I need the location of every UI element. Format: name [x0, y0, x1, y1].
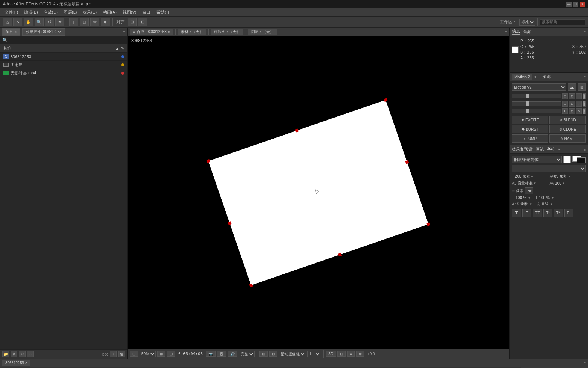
menu-comp[interactable]: 合成(C): [41, 9, 61, 16]
motion2-panel-menu[interactable]: ≡: [584, 75, 586, 79]
char-sub-btn[interactable]: T₋: [564, 209, 573, 217]
toolbar-text-btn[interactable]: T: [69, 18, 78, 26]
info-panel-menu[interactable]: ≡: [584, 30, 586, 34]
excite-btn[interactable]: ✦ EXCITE: [512, 116, 548, 124]
viewer-comp-tab[interactable]: ≡ 合成：806812253 ×: [130, 29, 173, 35]
toolbar-align-btn[interactable]: ⊞: [128, 18, 136, 26]
vf-layer-btn[interactable]: ≡: [347, 351, 355, 357]
help-search-input[interactable]: [540, 19, 585, 25]
menu-anim[interactable]: 动画(A): [100, 9, 120, 16]
m2-btn-1b[interactable]: ⊡: [569, 93, 574, 99]
panel-menu-icon[interactable]: ≡: [123, 30, 125, 34]
char-italic-btn[interactable]: T: [522, 209, 531, 217]
motion2-main-tab[interactable]: Motion 2: [512, 74, 532, 80]
char-tab-close[interactable]: ×: [558, 148, 560, 151]
m2-btn-3d[interactable]: ↕: [583, 108, 586, 114]
motion2-expand-icon[interactable]: ⊞: [578, 83, 586, 91]
menu-file[interactable]: 文件(F): [2, 9, 21, 16]
effects-presets-tab[interactable]: 效果和预设: [512, 146, 532, 152]
blend-btn[interactable]: ⊕ BLEND: [549, 116, 586, 124]
vf-mute-btn[interactable]: 🔊: [228, 351, 237, 357]
toolbar-hand-btn[interactable]: ✋: [24, 18, 33, 26]
viewer-menu-icon[interactable]: ≡: [505, 30, 507, 34]
project-item-video[interactable]: 光影叶县.mp4: [0, 69, 127, 77]
vf-tgl-btn[interactable]: ⊠: [269, 351, 278, 357]
m2-btn-1a[interactable]: ⊡: [562, 93, 568, 99]
toolbar-home-btn[interactable]: ⌂: [3, 18, 12, 26]
char-smallcaps-btn[interactable]: Tˢ: [543, 209, 552, 217]
viewer-comp-tab-close[interactable]: ×: [168, 30, 170, 34]
vf-px-btn[interactable]: ⊡: [338, 351, 346, 357]
toolbar-pen-btn[interactable]: ✒: [56, 18, 64, 26]
project-search-input[interactable]: [9, 38, 125, 42]
toolbar-brush-btn[interactable]: ✏: [90, 18, 99, 26]
toolbar-grid-btn[interactable]: ⊟: [138, 18, 147, 26]
audio-tab[interactable]: 音频: [523, 29, 531, 35]
vf-camera-select[interactable]: 活动摄像机: [279, 351, 306, 357]
motion2-tab-close[interactable]: ×: [534, 75, 536, 79]
name-btn[interactable]: ✎ NAME: [549, 134, 586, 143]
handle-mid-left[interactable]: [228, 221, 232, 225]
motion2-slider-2[interactable]: [512, 101, 561, 106]
toolbar-select-btn[interactable]: ↖: [14, 18, 22, 26]
m2-btn-2a[interactable]: ⊡: [562, 101, 568, 107]
clone-btn[interactable]: ⊙ CLONE: [549, 125, 586, 133]
fill-color-swatch[interactable]: [563, 156, 571, 163]
toolbar-stamp-btn[interactable]: ⊕: [101, 18, 110, 26]
vf-safe-btn[interactable]: ⊟: [167, 351, 175, 357]
menu-edit[interactable]: 编辑(E): [21, 9, 41, 16]
project-item-comp[interactable]: C 806812253: [0, 53, 127, 61]
project-item-solid[interactable]: 固态层: [0, 61, 127, 69]
leading-select[interactable]: [525, 187, 533, 194]
motion2-mountain-icon[interactable]: ⛰: [568, 83, 576, 91]
vf-quality-select[interactable]: 完整: [239, 351, 255, 357]
brush-tab[interactable]: 画笔: [536, 146, 544, 152]
character-tab[interactable]: 字符: [547, 146, 555, 152]
handle-mid-right[interactable]: [405, 160, 409, 164]
font-family-select[interactable]: 旧底绿老简体: [512, 156, 562, 163]
menu-help[interactable]: 帮助(H): [153, 9, 173, 16]
vf-grid-btn[interactable]: ⊞: [260, 351, 268, 357]
minimize-button[interactable]: —: [566, 2, 572, 7]
vf-3d-btn[interactable]: 3D: [326, 351, 336, 357]
vf-fit-btn[interactable]: ⊞: [157, 351, 165, 357]
handle-top-right[interactable]: [384, 98, 387, 102]
vf-track-btn[interactable]: ⊕: [356, 351, 364, 357]
viewer-flowchart-tab[interactable]: 流程图：（无）: [211, 29, 243, 35]
col-edit-icon[interactable]: ✎: [121, 46, 124, 51]
handle-top-left[interactable]: [207, 159, 210, 163]
new-folder-btn[interactable]: 📁: [2, 351, 9, 357]
project-tab-close[interactable]: ×: [15, 30, 17, 34]
timeline-btn[interactable]: ⏱: [19, 351, 26, 357]
sort-icon[interactable]: ▲: [115, 46, 119, 51]
effects-ctrl-tab[interactable]: 效果控件: 806812253: [22, 28, 65, 36]
menu-effect[interactable]: 效果(E): [80, 9, 100, 16]
info-tab[interactable]: 信息: [512, 29, 520, 35]
motion2-preview-tab[interactable]: 预览: [540, 73, 553, 80]
m2-btn-2b[interactable]: ⊡: [569, 101, 574, 107]
toolbar-zoom-btn[interactable]: 🔍: [34, 18, 44, 26]
composition-layer[interactable]: [208, 100, 429, 285]
jump-btn[interactable]: ↑ JUMP: [512, 134, 548, 143]
char-super-btn[interactable]: T⁺: [554, 209, 563, 217]
menu-window[interactable]: 窗口: [139, 9, 153, 16]
vf-region-btn[interactable]: ⊡: [130, 351, 138, 357]
handle-bottom-mid[interactable]: [338, 253, 342, 256]
viewer-layer-tab[interactable]: 图层：（无）: [248, 29, 277, 35]
delete-item-btn[interactable]: 🗑: [118, 351, 125, 357]
menu-view[interactable]: 视图(V): [120, 9, 140, 16]
motion2-slider-3[interactable]: [512, 109, 561, 113]
motion2-slider-1[interactable]: [512, 94, 561, 98]
menu-layer[interactable]: 图层(L): [61, 9, 80, 16]
font-style-select[interactable]: —: [512, 165, 586, 172]
bit-depth-btn[interactable]: 8: [27, 351, 34, 357]
project-tab[interactable]: 项目 ×: [2, 28, 20, 36]
m2-btn-2c[interactable]: ↓: [576, 101, 582, 107]
handle-bottom-right[interactable]: [426, 222, 430, 226]
workspace-select[interactable]: 标准: [519, 19, 535, 26]
m2-btn-2d[interactable]: |: [583, 101, 586, 107]
close-button[interactable]: ✕: [580, 2, 585, 7]
toolbar-shape-btn[interactable]: □: [80, 18, 89, 26]
stroke-swatch[interactable]: [577, 157, 586, 163]
toolbar-rotate-btn[interactable]: ↺: [45, 18, 54, 26]
